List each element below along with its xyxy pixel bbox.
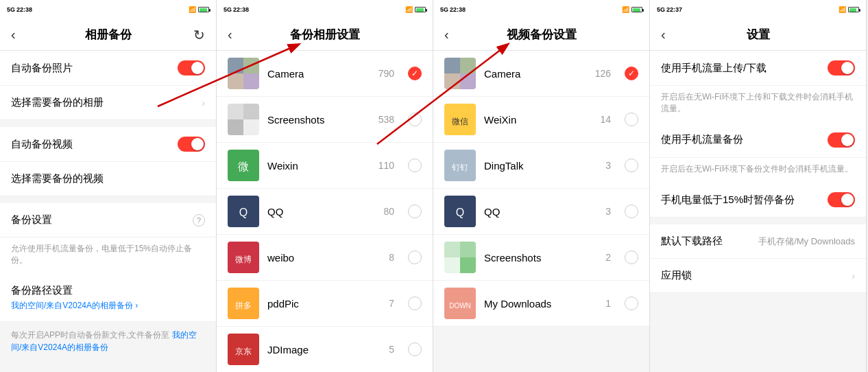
video-check-qq[interactable] — [625, 205, 638, 218]
album-check-weibo[interactable] — [408, 251, 422, 264]
video-item-mydownloads[interactable]: DOWN My Downloads 1 — [433, 281, 649, 327]
backup-sub-text: 允许使用手机流量备份，电量低于15%自动停止备份。 — [0, 237, 216, 275]
auto-backup-video-label: 自动备份视频 — [11, 138, 73, 151]
album-check-weixin[interactable] — [408, 159, 422, 172]
video-item-qq[interactable]: Q QQ 3 — [433, 189, 649, 235]
album-count-weixin: 110 — [378, 160, 394, 171]
album-item-weixin[interactable]: 微 Weixin 110 — [217, 143, 433, 189]
wifi-icon-3: 📶 — [622, 6, 629, 13]
video-count-weixin: 14 — [600, 114, 611, 125]
time-4: 22:37 — [666, 6, 682, 13]
album-item-weibo[interactable]: 微博 weibo 8 — [217, 235, 433, 281]
select-backup-album[interactable]: 选择需要备份的相册 › — [0, 86, 216, 120]
video-count-camera: 126 — [595, 68, 611, 79]
backup-path-setting[interactable]: 备份路径设置 我的空间/来自V2024A的相册备份 › — [0, 275, 216, 322]
low-battery-pause: 手机电量低于15%时暂停备份 — [650, 183, 866, 218]
default-download-path[interactable]: 默认下载路径 手机存储/My Downloads — [650, 224, 866, 259]
auto-backup-photos-toggle[interactable] — [178, 60, 205, 75]
video-check-mydownloads[interactable] — [625, 297, 638, 310]
video-thumb-camera — [444, 58, 476, 89]
svg-rect-32 — [444, 257, 460, 273]
video-check-camera[interactable] — [625, 67, 638, 80]
panel-backup-album-settings: 5G 22:38 📶 ‹ 备份相册设置 Cam — [217, 0, 433, 372]
album-name-weixin: Weixin — [267, 160, 370, 172]
time-3: 22:38 — [450, 6, 466, 13]
mobile-data-upload-download: 使用手机流量上传/下载 — [650, 51, 866, 86]
album-check-qq[interactable] — [408, 205, 422, 218]
status-left-1: 5G 22:38 — [7, 6, 32, 13]
auto-backup-photos-label: 自动备份照片 — [11, 62, 73, 75]
album-item-qq[interactable]: Q QQ 80 — [217, 189, 433, 235]
svg-text:微: 微 — [238, 161, 249, 172]
panel3-content: Camera 126 微信 WeiXin 14 钉钉 DingTalk 3 — [433, 51, 649, 372]
svg-text:微博: 微博 — [235, 255, 252, 264]
album-item-camera[interactable]: Camera 790 — [217, 51, 433, 97]
status-bar-2: 5G 22:38 📶 — [217, 0, 433, 19]
refresh-button[interactable]: ↻ — [193, 27, 205, 43]
svg-rect-33 — [460, 257, 476, 273]
gap-2 — [0, 196, 216, 203]
album-count-screenshots: 538 — [378, 114, 394, 125]
album-check-jdimage[interactable] — [408, 342, 422, 356]
battery-2 — [415, 7, 426, 12]
video-check-weixin[interactable] — [625, 113, 638, 126]
album-name-jdimage: JDImage — [267, 344, 381, 356]
video-item-dingtalk[interactable]: 钉钉 DingTalk 3 — [433, 143, 649, 189]
header-title-1: 相册备份 — [85, 27, 132, 43]
backup-path-link[interactable]: 我的空间/来自V2024A的相册备份 — [11, 330, 197, 352]
video-check-dingtalk[interactable] — [625, 159, 638, 172]
video-name-qq: QQ — [484, 206, 597, 218]
svg-rect-0 — [228, 58, 243, 73]
back-button-3[interactable]: ‹ — [444, 27, 449, 43]
chevron-icon: › — [202, 97, 205, 108]
status-right-3: 📶 — [622, 6, 642, 13]
wifi-icon: 📶 — [189, 6, 196, 13]
svg-rect-22 — [444, 73, 460, 89]
svg-rect-5 — [243, 104, 259, 119]
album-thumb-jdimage: 京东 — [228, 334, 259, 365]
mobile-upload-toggle[interactable] — [828, 60, 855, 75]
auto-backup-video-toggle[interactable] — [178, 137, 205, 152]
panel1-content: 自动备份照片 选择需要备份的相册 › 自动备份视频 选择需要备份的视频 备份设置… — [0, 51, 216, 372]
video-count-mydownloads: 1 — [605, 298, 611, 309]
album-item-jdimage[interactable]: 京东 JDImage 5 — [217, 327, 433, 372]
album-item-pddpic[interactable]: 拼多 pddPic 7 — [217, 281, 433, 327]
select-backup-video[interactable]: 选择需要备份的视频 — [0, 162, 216, 196]
panel-video-backup-settings: 5G 22:38 📶 ‹ 视频备份设置 Cam — [433, 0, 650, 372]
app-lock[interactable]: 应用锁 › — [650, 259, 866, 293]
back-button-1[interactable]: ‹ — [11, 27, 16, 43]
back-button-2[interactable]: ‹ — [228, 27, 232, 43]
panel2-content: Camera 790 Screenshots 538 微 Weixin 110 — [217, 51, 433, 372]
gap-1 — [0, 120, 216, 127]
album-check-pddpic[interactable] — [408, 297, 422, 310]
status-left-4: 5G 22:37 — [657, 6, 682, 13]
album-check-screenshots[interactable] — [408, 113, 422, 126]
header-title-2: 备份相册设置 — [290, 27, 360, 43]
album-count-pddpic: 7 — [389, 298, 394, 309]
battery-4 — [848, 7, 859, 12]
video-item-screenshots[interactable]: Screenshots 2 — [433, 235, 649, 281]
low-battery-toggle[interactable] — [828, 192, 855, 207]
video-item-camera[interactable]: Camera 126 — [433, 51, 649, 97]
backup-settings-label: 备份设置 — [11, 213, 52, 226]
svg-text:DOWN: DOWN — [449, 302, 471, 310]
mobile-backup-toggle[interactable] — [828, 132, 855, 148]
video-name-weixin: WeiXin — [484, 114, 592, 126]
status-bar-1: 5G 22:38 📶 — [0, 0, 216, 19]
album-check-camera[interactable] — [408, 67, 422, 80]
wifi-icon-2: 📶 — [405, 6, 413, 13]
video-thumb-weixin: 微信 — [444, 104, 476, 135]
video-check-screenshots[interactable] — [625, 251, 638, 264]
video-thumb-dingtalk: 钉钉 — [444, 150, 476, 181]
video-item-weixin[interactable]: 微信 WeiXin 14 — [433, 97, 649, 143]
backup-settings-section: 备份设置 ? — [0, 203, 216, 237]
back-button-4[interactable]: ‹ — [661, 27, 666, 43]
svg-text:京东: 京东 — [235, 347, 252, 356]
header-3: ‹ 视频备份设置 — [433, 19, 649, 51]
video-name-screenshots: Screenshots — [484, 252, 597, 264]
svg-rect-2 — [228, 73, 243, 89]
signal-3: 5G — [440, 6, 448, 13]
album-item-screenshots[interactable]: Screenshots 538 — [217, 97, 433, 143]
select-backup-video-label: 选择需要备份的视频 — [11, 172, 104, 185]
select-backup-album-label: 选择需要备份的相册 — [11, 96, 104, 109]
